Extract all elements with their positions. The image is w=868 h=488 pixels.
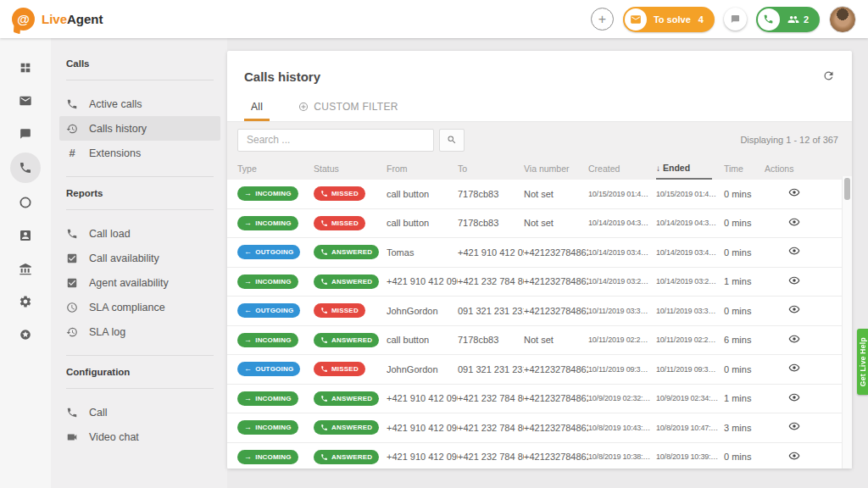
tab-bar: All CUSTOM FILTER	[227, 101, 852, 122]
top-bar: @ LiveAgent + To solve 4 2	[0, 0, 868, 38]
via-number-cell: +421232784862	[524, 364, 588, 374]
get-live-help-tab[interactable]: Get Live Help	[857, 329, 868, 395]
phone-icon	[320, 248, 328, 256]
via-number-cell: +421232784862	[524, 276, 588, 286]
divider	[66, 80, 214, 80]
phone-icon	[320, 219, 328, 227]
to-cell: 7178cb83	[458, 335, 524, 345]
created-cell: 10/11/2019 03:3…	[588, 307, 656, 315]
scrollbar-thumb[interactable]	[844, 178, 850, 200]
table-row[interactable]: →INCOMINGANSWERED+421 910 412 090+421 23…	[227, 268, 852, 297]
table-scrollbar[interactable]	[842, 176, 852, 469]
rail-academy-icon[interactable]	[10, 254, 41, 282]
table-row[interactable]: ←OUTGOINGANSWEREDTomas+421 910 412 090+4…	[227, 238, 852, 268]
type-badge: →INCOMING	[237, 274, 298, 289]
view-call-button[interactable]	[787, 214, 802, 232]
header-to[interactable]: To	[458, 158, 524, 180]
search-button[interactable]	[439, 129, 465, 152]
video-icon	[66, 431, 78, 443]
sidebar-item-sla-log[interactable]: SLA log	[59, 319, 220, 344]
sidebar-item-active-calls[interactable]: Active calls	[59, 92, 220, 116]
via-number-cell: Not set	[524, 335, 588, 345]
type-badge: →INCOMING	[237, 333, 298, 347]
rail-chat-icon[interactable]	[10, 119, 41, 147]
view-call-button[interactable]	[787, 243, 802, 261]
direction-arrow-icon: →	[244, 453, 252, 461]
sidebar-item-calls-history[interactable]: Calls history	[59, 116, 220, 141]
view-call-button[interactable]	[787, 419, 802, 436]
type-badge: →INCOMING	[237, 391, 298, 406]
rail-contacts-icon[interactable]	[10, 221, 41, 249]
header-via-number[interactable]: Via number	[524, 158, 588, 180]
table-body: →INCOMINGMISSEDcall button7178cb83Not se…	[227, 180, 852, 469]
eye-icon	[788, 391, 800, 403]
rail-settings-icon[interactable]	[10, 287, 41, 315]
divider	[66, 209, 214, 210]
to-solve-count: 4	[698, 14, 704, 25]
header-ended[interactable]: ↓Ended	[656, 158, 712, 180]
user-avatar[interactable]	[829, 6, 856, 33]
view-call-button[interactable]	[787, 360, 802, 378]
sidebar-item-call-availability[interactable]: Call availability	[59, 246, 220, 270]
created-cell: 10/11/2019 02:2…	[588, 336, 656, 344]
phone-icon	[66, 98, 78, 110]
created-cell: 10/9/2019 02:32:…	[588, 394, 656, 402]
sidebar-item-extensions[interactable]: # Extensions	[59, 141, 220, 165]
phone-icon	[66, 407, 78, 419]
table-row[interactable]: →INCOMINGANSWERED+421 910 412 090+421 23…	[227, 413, 852, 443]
header-type[interactable]: Type	[237, 158, 314, 180]
time-cell: 0 mins	[724, 189, 765, 199]
header-created[interactable]: Created	[588, 158, 656, 180]
phone-icon	[320, 336, 328, 344]
calls-status-button[interactable]: 2	[756, 7, 820, 32]
header-time[interactable]: Time	[724, 158, 765, 180]
sidebar-item-sla-compliance[interactable]: SLA compliance	[59, 295, 220, 319]
direction-arrow-icon: →	[244, 395, 252, 402]
to-cell: 7178cb83	[458, 189, 524, 199]
sidebar-item-agent-availability[interactable]: Agent availability	[59, 270, 220, 295]
sidebar-item-video-chat[interactable]: Video chat	[59, 424, 220, 449]
header-from[interactable]: From	[387, 158, 458, 180]
view-call-button[interactable]	[787, 448, 802, 466]
search-input[interactable]	[237, 129, 434, 152]
rail-gamification-icon[interactable]	[10, 320, 41, 348]
table-row[interactable]: →INCOMINGMISSEDcall button7178cb83Not se…	[227, 180, 852, 209]
tab-all[interactable]: All	[244, 101, 270, 121]
view-call-button[interactable]	[787, 390, 802, 408]
rail-phone-icon[interactable]	[10, 152, 41, 183]
liveagent-logo[interactable]: @ LiveAgent	[12, 8, 103, 30]
view-call-button[interactable]	[787, 273, 802, 291]
phone-icon	[758, 8, 780, 30]
view-call-button[interactable]	[787, 331, 802, 349]
tab-custom-filter[interactable]: CUSTOM FILTER	[292, 101, 404, 121]
type-badge: →INCOMING	[237, 216, 298, 230]
calls-history-card: Calls history All CUSTOM FILTER Displayi…	[227, 51, 852, 469]
table-row[interactable]: ←OUTGOINGMISSEDJohnGordon091 321 231 231…	[227, 297, 852, 326]
brand-live: Live	[42, 12, 67, 26]
time-cell: 6 mins	[724, 335, 765, 345]
sidebar-item-call-load[interactable]: Call load	[59, 221, 220, 246]
phone-icon	[320, 453, 328, 461]
status-badge: MISSED	[314, 186, 365, 201]
table-row[interactable]: →INCOMINGANSWERED+421 910 412 090+421 23…	[227, 443, 852, 469]
table-row[interactable]: →INCOMINGMISSEDcall button7178cb83Not se…	[227, 209, 852, 239]
refresh-icon	[822, 69, 835, 82]
add-button[interactable]: +	[591, 8, 614, 30]
table-row[interactable]: ←OUTGOINGMISSEDJohnGordon091 321 231 231…	[227, 355, 852, 385]
header-status[interactable]: Status	[314, 158, 387, 180]
to-solve-button[interactable]: To solve 4	[623, 7, 715, 32]
rail-mail-icon[interactable]	[10, 86, 41, 114]
table-row[interactable]: →INCOMINGANSWERED+421 910 412 090+421 23…	[227, 385, 852, 414]
sidebar-item-call-config[interactable]: Call	[59, 400, 220, 424]
divider	[66, 388, 214, 389]
rail-status-circle-icon[interactable]	[10, 188, 41, 216]
chat-button[interactable]	[724, 8, 747, 30]
view-call-button[interactable]	[787, 302, 802, 319]
time-cell: 0 mins	[724, 452, 765, 462]
direction-arrow-icon: →	[244, 190, 252, 197]
rail-dashboard-icon[interactable]	[10, 53, 41, 81]
refresh-button[interactable]	[822, 69, 835, 85]
table-row[interactable]: →INCOMINGANSWEREDcall button7178cb83Not …	[227, 326, 852, 356]
phone-icon	[320, 307, 328, 314]
view-call-button[interactable]	[787, 185, 802, 202]
